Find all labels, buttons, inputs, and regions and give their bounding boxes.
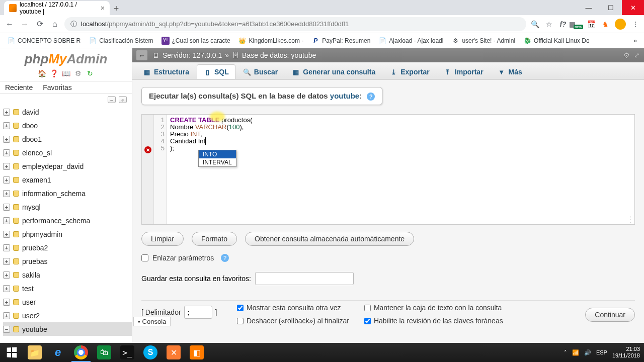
expand-toggle-icon[interactable]: + (3, 176, 10, 184)
bookmark-item[interactable]: 👑KingdomLikes.com - (235, 34, 307, 47)
link-icon[interactable]: ⟐ (119, 96, 127, 103)
help-icon[interactable]: ? (221, 254, 229, 262)
ext-grid-icon[interactable]: ▦new (573, 20, 582, 29)
bookmarks-overflow-icon[interactable]: » (630, 37, 640, 44)
tab-export[interactable]: ⤓Exportar (383, 64, 436, 79)
expand-toggle-icon[interactable]: + (3, 244, 10, 251)
tray-volume-icon[interactable]: 🔊 (584, 349, 591, 356)
collapse-all-icon[interactable]: – (108, 96, 116, 103)
expand-toggle-icon[interactable]: + (3, 163, 10, 170)
expand-toggle-icon[interactable]: + (3, 122, 10, 129)
ext-fp-icon[interactable]: f? (558, 20, 568, 29)
rollback-checkbox[interactable]: Deshacer («rollback») al finalizar (237, 317, 349, 325)
db-tree-item[interactable]: +david (3, 105, 132, 119)
db-tree-item[interactable]: +user2 (3, 309, 132, 322)
expand-toggle-icon[interactable]: + (3, 299, 10, 306)
tab-close-icon[interactable]: × (101, 4, 105, 12)
expand-toggle-icon[interactable]: + (3, 149, 10, 156)
bookmark-item[interactable]: ⚙user's Site! - Admini (448, 34, 518, 47)
expand-toggle-icon[interactable]: + (3, 204, 10, 211)
panel-title-db-link[interactable]: youtube (330, 92, 359, 100)
tray-lang[interactable]: ESP (596, 349, 607, 355)
taskbar-skype[interactable]: S (139, 343, 162, 362)
db-tree-item[interactable]: +pruebas (3, 254, 132, 268)
expand-toggle-icon[interactable]: + (3, 231, 10, 238)
tab-sql[interactable]: ▯SQL (197, 64, 235, 79)
continue-button[interactable]: Continuar (585, 308, 635, 322)
gear-icon[interactable]: ⚙ (623, 51, 630, 59)
db-tree-item[interactable]: +empleydepar_david (3, 159, 132, 173)
db-tree-item[interactable]: +performance_schema (3, 214, 132, 227)
clear-button[interactable]: Limpiar (141, 232, 184, 246)
bookmark-item[interactable]: Y!¿Cual son las caracte (158, 34, 233, 47)
show-again-checkbox[interactable]: Mostrar esta consulta otra vez (237, 304, 349, 312)
bookmark-item[interactable]: 📄CONCEPTO SOBRE R (4, 34, 84, 47)
keep-box-checkbox[interactable]: Mantener la caja de texto con la consult… (364, 304, 503, 312)
new-tab-button[interactable]: + (110, 2, 123, 15)
help-icon[interactable]: ? (367, 93, 375, 101)
expand-toggle-icon[interactable]: + (3, 190, 10, 197)
breadcrumb-server[interactable]: Servidor: 127.0.0.1 (163, 51, 222, 59)
fk-check-checkbox[interactable]: Habilite la revisión de las claves forán… (364, 317, 503, 325)
taskbar-xampp[interactable]: ✕ (162, 343, 185, 362)
tab-favorites[interactable]: Favoritas (38, 81, 77, 94)
autocomplete-option[interactable]: INTO (199, 150, 236, 158)
autocomplete-option[interactable]: INTERVAL (199, 158, 236, 166)
kebab-menu-icon[interactable]: ⋮ (631, 20, 640, 29)
reload-icon[interactable]: ↻ (86, 69, 95, 78)
forward-button[interactable]: → (19, 19, 30, 30)
db-tree-item[interactable]: +examen1 (3, 173, 132, 187)
settings-icon[interactable]: ⚙ (73, 69, 83, 78)
db-tree-item[interactable]: +user (3, 295, 132, 309)
tab-search[interactable]: 🔍Buscar (236, 64, 284, 79)
taskbar-snip[interactable]: ◧ (185, 343, 208, 362)
window-minimize[interactable]: — (578, 0, 600, 15)
expand-toggle-icon[interactable]: + (3, 258, 10, 265)
ext-cal-icon[interactable]: 📅 (587, 20, 596, 29)
logout-icon[interactable]: ❓ (49, 69, 58, 78)
tab-structure[interactable]: ▦Estructura (136, 64, 196, 79)
expand-toggle-icon[interactable]: + (3, 312, 10, 319)
db-tree-item[interactable]: +information_schema (3, 187, 132, 200)
db-tree-item[interactable]: +dboo (3, 119, 132, 132)
db-tree-item[interactable]: +dboo1 (3, 132, 132, 146)
expand-toggle-icon[interactable]: + (3, 217, 10, 224)
db-tree-item[interactable]: +elenco_sl (3, 146, 132, 159)
tab-more[interactable]: ▼Más (491, 64, 529, 79)
window-close[interactable]: ✕ (622, 0, 644, 15)
db-tree-item[interactable]: +test (3, 282, 132, 295)
sql-editor[interactable]: ✕ 12345 INTOINTERVAL CREATE TABLE produc… (141, 114, 635, 225)
save-fav-input[interactable] (255, 272, 354, 285)
db-tree-item[interactable]: +prueba2 (3, 241, 132, 254)
autocomplete-popup[interactable]: INTOINTERVAL (198, 150, 236, 167)
db-tree-item[interactable]: +phpmyadmin (3, 227, 132, 241)
error-marker-icon[interactable]: ✕ (144, 146, 151, 153)
reload-button[interactable]: ⟳ (34, 19, 45, 30)
bookmark-item[interactable]: 📄Ajaxload - Ajax loadi (375, 34, 446, 47)
tray-clock[interactable]: 21:03 19/11/2018 (612, 346, 640, 359)
tab-recent[interactable]: Reciente (0, 81, 38, 94)
expand-toggle-icon[interactable]: + (3, 109, 10, 116)
profile-avatar[interactable] (615, 19, 626, 30)
expand-toggle-icon[interactable]: + (3, 285, 10, 292)
db-tree-item[interactable]: +sakila (3, 268, 132, 282)
console-toggle[interactable]: ▪ Consola (133, 317, 171, 326)
ext-orange-icon[interactable]: ♞ (601, 20, 610, 29)
db-tree-item[interactable]: −youtube (3, 322, 132, 336)
nav-back-icon[interactable]: ← (136, 50, 147, 60)
docs-icon[interactable]: 📖 (61, 69, 70, 78)
taskbar-cmd[interactable]: >_ (116, 343, 139, 362)
zoom-icon[interactable]: 🔍 (530, 20, 539, 29)
restore-icon[interactable]: ⤢ (634, 51, 640, 59)
url-field[interactable]: ⓘ localhost/phpmyadmin/db_sql.php?db=you… (64, 17, 526, 31)
taskbar-ie[interactable]: e (46, 343, 69, 362)
bookmark-star-icon[interactable]: ☆ (544, 20, 553, 29)
taskbar-chrome[interactable] (69, 343, 93, 362)
window-maximize[interactable]: ☐ (600, 0, 622, 15)
back-button[interactable]: ← (4, 19, 15, 30)
home-icon[interactable]: 🏠 (37, 69, 46, 78)
bookmark-item[interactable]: 📄Clasificación Sistem (86, 34, 156, 47)
home-button[interactable]: ⌂ (49, 19, 60, 30)
tray-chevron-icon[interactable]: ˄ (564, 349, 567, 356)
retrieve-query-button[interactable]: Obtener consulta almacenada automáticame… (245, 232, 414, 246)
